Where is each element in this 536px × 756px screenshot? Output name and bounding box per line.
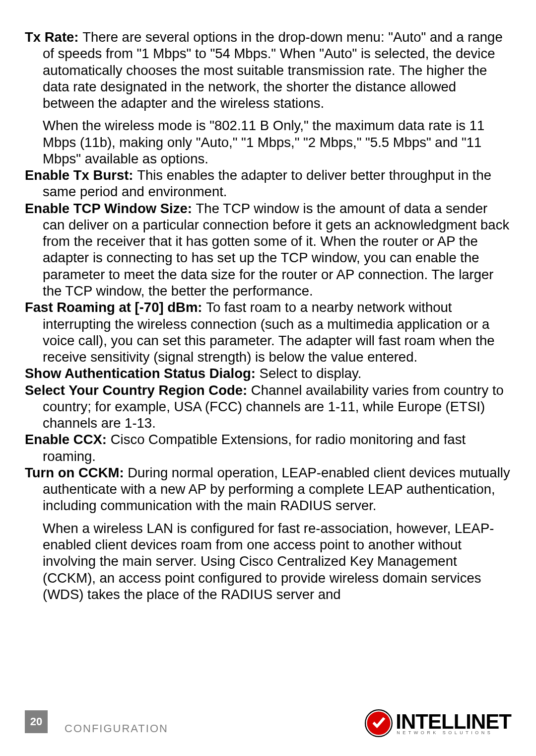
term-label: Turn on CCKM: [25, 465, 128, 480]
definition-entry: Select Your Country Region Code: Channel… [25, 382, 511, 432]
brand-text-wrap: INTELLINET NETWORK SOLUTIONS [396, 711, 511, 735]
term-body: Select to display. [260, 366, 362, 381]
term-label: Enable Tx Burst: [25, 167, 137, 183]
term-label: Show Authentication Status Dialog: [25, 366, 260, 381]
definition-entry: Enable Tx Burst: This enables the adapte… [25, 167, 511, 200]
brand-logo-block: INTELLINET NETWORK SOLUTIONS [365, 709, 511, 737]
term-label: Select Your Country Region Code: [25, 382, 251, 398]
definition-entry: Tx Rate: There are several options in th… [25, 29, 511, 111]
section-label: CONFIGURATION [65, 722, 168, 735]
brand-name: INTELLINET [396, 711, 511, 732]
term-body: There are several options in the drop-do… [43, 29, 503, 111]
page-content: Tx Rate: There are several options in th… [0, 0, 536, 603]
term-label: Enable TCP Window Size: [25, 201, 196, 216]
definition-entry: Turn on CCKM: During normal operation, L… [25, 464, 511, 514]
page-footer: 20 CONFIGURATION INTELLINET NETWORK SOLU… [0, 696, 536, 756]
definition-entry: Enable TCP Window Size: The TCP window i… [25, 200, 511, 300]
definition-continuation: When the wireless mode is "802.11 B Only… [25, 117, 511, 167]
term-label: Tx Rate: [25, 29, 82, 45]
definition-continuation: When a wireless LAN is configured for fa… [25, 520, 511, 603]
checkmark-circle-icon [365, 709, 393, 737]
definition-entry: Fast Roaming at [-70] dBm: To fast roam … [25, 299, 511, 365]
definition-entry: Enable CCX: Cisco Compatible Extensions,… [25, 431, 511, 464]
definition-entry: Show Authentication Status Dialog: Selec… [25, 365, 511, 381]
term-label: Enable CCX: [25, 432, 111, 447]
brand-tagline: NETWORK SOLUTIONS [396, 731, 511, 735]
page-number: 20 [25, 710, 48, 733]
term-label: Fast Roaming at [-70] dBm: [25, 300, 206, 315]
